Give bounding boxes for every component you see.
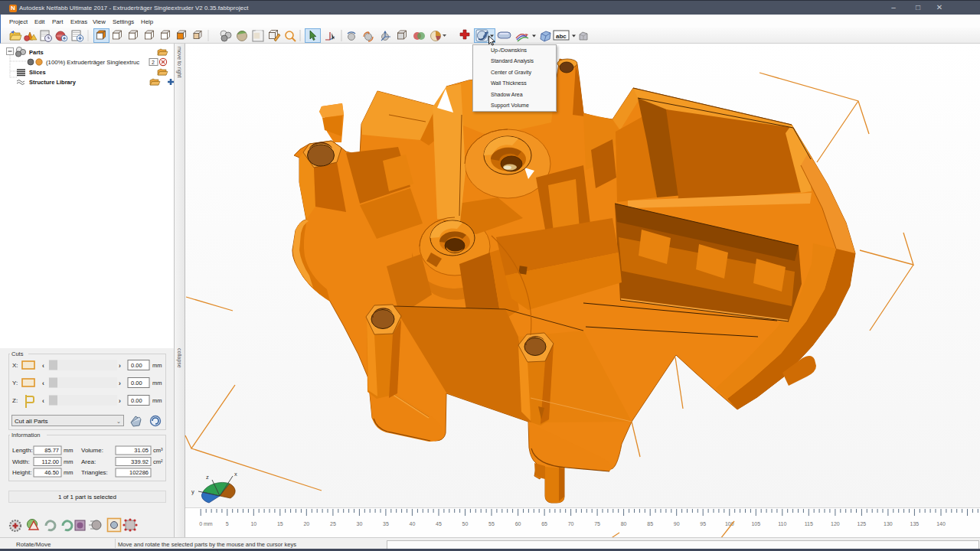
svg-text:110: 110 — [778, 521, 786, 527]
svg-text:105: 105 — [751, 521, 760, 527]
svg-text:65: 65 — [541, 521, 547, 527]
svg-text:125: 125 — [858, 521, 867, 527]
svg-text:85: 85 — [647, 521, 653, 527]
svg-text:80: 80 — [621, 521, 627, 527]
svg-text:70: 70 — [568, 521, 574, 527]
svg-text:y: y — [191, 488, 194, 495]
svg-text:55: 55 — [488, 521, 495, 527]
svg-text:0 mm: 0 mm — [199, 521, 213, 527]
svg-text:z: z — [206, 474, 209, 481]
svg-text:115: 115 — [805, 521, 813, 527]
svg-text:95: 95 — [700, 521, 706, 527]
svg-text:130: 130 — [884, 521, 893, 527]
svg-text:50: 50 — [462, 521, 469, 527]
svg-text:60: 60 — [515, 521, 521, 527]
svg-text:140: 140 — [936, 521, 946, 527]
svg-text:120: 120 — [831, 521, 840, 527]
svg-text:5: 5 — [226, 521, 229, 527]
svg-text:15: 15 — [277, 521, 283, 527]
svg-text:40: 40 — [410, 521, 416, 527]
svg-text:25: 25 — [330, 521, 336, 527]
svg-text:10: 10 — [250, 521, 256, 527]
svg-text:90: 90 — [674, 521, 680, 527]
svg-text:45: 45 — [436, 521, 442, 527]
svg-text:135: 135 — [910, 521, 920, 527]
svg-text:x: x — [234, 471, 237, 478]
svg-text:35: 35 — [383, 521, 389, 527]
svg-text:75: 75 — [594, 521, 600, 527]
svg-text:30: 30 — [357, 521, 363, 527]
svg-text:20: 20 — [303, 521, 309, 527]
